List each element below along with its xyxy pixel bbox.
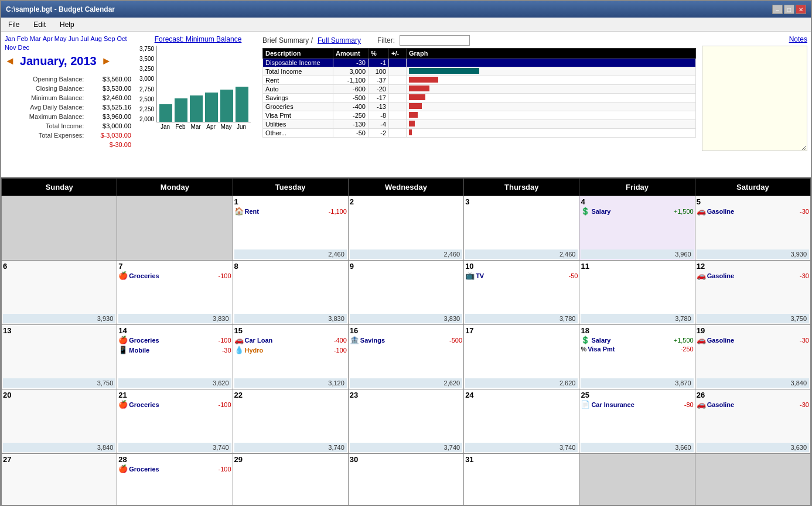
calendar-day-cell[interactable] bbox=[695, 454, 810, 505]
calendar-day-cell[interactable]: 26 🚗 Gasoline -30 3,630 bbox=[695, 389, 810, 454]
summary-amount: -250 bbox=[333, 111, 369, 120]
closing-balance-label: Closing Balance: bbox=[6, 84, 85, 93]
summary-row[interactable]: Total Income 3,000 100 bbox=[263, 67, 696, 76]
net-row: $-30.00 bbox=[6, 141, 132, 149]
day-entries: 12 🚗 Gasoline -30 bbox=[697, 262, 809, 313]
calendar-day-cell[interactable]: 4 💲 Salary +1,500 3,960 bbox=[579, 196, 695, 261]
y-label-4: 2,750 bbox=[139, 86, 154, 93]
calendar-day-cell[interactable]: 32,460 bbox=[464, 196, 579, 261]
calendar-day-cell[interactable]: 22,460 bbox=[348, 196, 463, 261]
prev-month-button[interactable]: ◄ bbox=[5, 55, 15, 67]
day-balance: 2,460 bbox=[350, 249, 462, 259]
filter-input[interactable] bbox=[400, 35, 470, 46]
month-feb[interactable]: Feb bbox=[17, 35, 28, 42]
month-dec[interactable]: Dec bbox=[18, 44, 30, 51]
entry-icon: 💧 bbox=[234, 346, 244, 354]
col-pct: % bbox=[369, 49, 389, 59]
calendar-grid: Sunday Monday Tuesday Wednesday Thursday… bbox=[1, 178, 811, 505]
summary-row[interactable]: Groceries -400 -13 bbox=[263, 102, 696, 111]
summary-row[interactable]: Utilities -130 -4 bbox=[263, 120, 696, 129]
month-nov[interactable]: Nov bbox=[5, 44, 16, 51]
calendar-day-cell[interactable] bbox=[117, 196, 233, 261]
day-cell-inner: 63,930 bbox=[3, 262, 115, 323]
month-aug[interactable]: Aug bbox=[90, 35, 102, 42]
summary-plusminus bbox=[389, 85, 407, 94]
month-jun[interactable]: Jun bbox=[69, 35, 79, 42]
day-balance: 3,750 bbox=[3, 378, 115, 388]
calendar-day-cell[interactable]: 233,740 bbox=[348, 389, 463, 454]
summary-pct: -8 bbox=[369, 111, 389, 120]
calendar-day-cell[interactable]: 93,830 bbox=[348, 261, 463, 325]
entry-amount: -100 bbox=[323, 347, 347, 354]
x-label-feb: Feb bbox=[174, 124, 187, 130]
forecast-title[interactable]: Forecast: Minimum Balance bbox=[139, 35, 257, 43]
entry-name: Salary bbox=[591, 208, 668, 215]
calendar-day-cell[interactable]: 172,620 bbox=[464, 325, 579, 389]
calendar-day-cell[interactable]: 21 🍎 Groceries -100 3,740 bbox=[117, 389, 233, 454]
minimize-button[interactable]: – bbox=[772, 5, 783, 14]
day-number: 6 bbox=[3, 262, 115, 271]
menu-edit[interactable]: Edit bbox=[29, 19, 50, 30]
calendar-day-cell[interactable]: 293,530 bbox=[233, 454, 348, 505]
calendar-day-cell[interactable]: 303,530 bbox=[348, 454, 463, 505]
day-entry: % Visa Pmt -250 bbox=[581, 345, 693, 353]
summary-row[interactable]: Other... -50 -2 bbox=[263, 129, 696, 138]
calendar-day-cell[interactable]: 113,780 bbox=[579, 261, 695, 325]
calendar-day-cell[interactable]: 1 🏠 Rent -1,100 2,460 bbox=[233, 196, 348, 261]
calendar-day-cell[interactable]: 83,830 bbox=[233, 261, 348, 325]
calendar-day-cell[interactable]: 12 🚗 Gasoline -30 3,750 bbox=[695, 261, 810, 325]
notes-textarea[interactable] bbox=[702, 46, 807, 151]
calendar-day-cell[interactable]: 7 🍎 Groceries -100 3,830 bbox=[117, 261, 233, 325]
calendar-week-row: 203,84021 🍎 Groceries -100 3,740223,7402… bbox=[2, 389, 811, 454]
next-month-button[interactable]: ► bbox=[101, 55, 112, 67]
maximize-button[interactable]: □ bbox=[784, 5, 794, 14]
summary-amount: -400 bbox=[333, 102, 369, 111]
calendar-day-cell[interactable]: 15 🚗 Car Loan -400 💧 Hydro -100 3,120 bbox=[233, 325, 348, 389]
menu-file[interactable]: File bbox=[4, 19, 24, 30]
full-summary-link[interactable]: Full Summary bbox=[318, 36, 361, 45]
brief-summary-label: Brief Summary / bbox=[262, 36, 313, 45]
calendar-day-cell[interactable]: 203,840 bbox=[2, 389, 117, 454]
summary-pct: -1 bbox=[369, 59, 389, 67]
calendar-day-cell[interactable]: 313,530 bbox=[464, 454, 579, 505]
summary-table: Description Amount % +/- Graph Disposabl… bbox=[262, 48, 696, 138]
menu-help[interactable]: Help bbox=[55, 19, 79, 30]
calendar-day-cell[interactable]: 223,740 bbox=[233, 389, 348, 454]
entry-icon: 📱 bbox=[118, 346, 128, 354]
month-sep[interactable]: Sep bbox=[104, 35, 115, 42]
summary-row[interactable]: Rent -1,100 -37 bbox=[263, 76, 696, 85]
day-entries: 14 🍎 Groceries -100 📱 Mobile -30 bbox=[118, 326, 231, 377]
calendar-day-cell[interactable]: 10 📺 TV -50 3,780 bbox=[464, 261, 579, 325]
notes-title[interactable]: Notes bbox=[702, 35, 807, 43]
calendar-day-cell[interactable] bbox=[2, 196, 117, 261]
calendar-day-cell[interactable]: 63,930 bbox=[2, 261, 117, 325]
summary-row[interactable]: Visa Pmt -250 -8 bbox=[263, 111, 696, 120]
chart-with-labels: Jan Feb Mar Apr May Jun bbox=[156, 46, 251, 131]
summary-row[interactable]: Auto -600 -20 bbox=[263, 85, 696, 94]
month-jul[interactable]: Jul bbox=[80, 35, 88, 42]
calendar-day-cell[interactable] bbox=[579, 454, 695, 505]
close-button[interactable]: ✕ bbox=[796, 5, 806, 14]
summary-row[interactable]: Disposable Income -30 -1 bbox=[263, 59, 696, 67]
day-cell-inner: 19 🚗 Gasoline -30 3,840 bbox=[697, 326, 809, 388]
calendar-day-cell[interactable]: 243,740 bbox=[464, 389, 579, 454]
day-entries: 21 🍎 Groceries -100 bbox=[118, 391, 231, 442]
entry-name: Salary bbox=[591, 337, 668, 344]
entry-name: Groceries bbox=[129, 401, 206, 408]
calendar-day-cell[interactable]: 133,750 bbox=[2, 325, 117, 389]
month-may[interactable]: May bbox=[54, 35, 67, 42]
month-oct[interactable]: Oct bbox=[117, 35, 127, 42]
calendar-day-cell[interactable]: 25 📄 Car Insurance -80 3,660 bbox=[579, 389, 695, 454]
calendar-day-cell[interactable]: 19 🚗 Gasoline -30 3,840 bbox=[695, 325, 810, 389]
day-number: 21 bbox=[118, 391, 231, 399]
calendar-day-cell[interactable]: 18 💲 Salary +1,500 % Visa Pmt -250 3,870 bbox=[579, 325, 695, 389]
calendar-day-cell[interactable]: 273,630 bbox=[2, 454, 117, 505]
summary-row[interactable]: Savings -500 -17 bbox=[263, 94, 696, 102]
calendar-day-cell[interactable]: 16 🏦 Savings -500 2,620 bbox=[348, 325, 463, 389]
month-apr[interactable]: Apr bbox=[43, 35, 53, 42]
calendar-day-cell[interactable]: 28 🍎 Groceries -100 3,530 bbox=[117, 454, 233, 505]
month-jan[interactable]: Jan bbox=[5, 35, 15, 42]
month-mar[interactable]: Mar bbox=[30, 35, 41, 42]
calendar-day-cell[interactable]: 14 🍎 Groceries -100 📱 Mobile -30 3,620 bbox=[117, 325, 233, 389]
calendar-day-cell[interactable]: 5 🚗 Gasoline -30 3,930 bbox=[695, 196, 810, 261]
